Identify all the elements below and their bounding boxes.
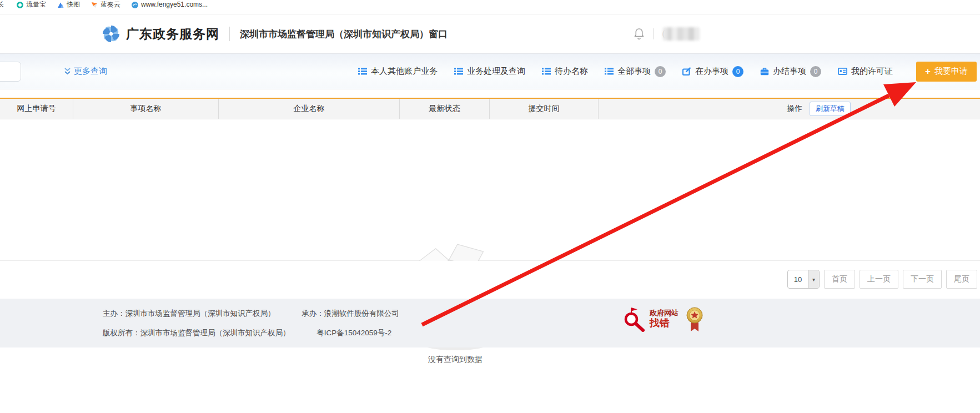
footer-icp: 粤ICP备15042059号-2 (316, 329, 391, 337)
footer-host: 主办：深圳市市场监督管理局（深圳市知识产权局） (103, 309, 275, 318)
bookmark-item[interactable]: 蓝奏云 (91, 0, 120, 9)
count-badge: 0 (732, 66, 743, 77)
last-page-button[interactable]: 尾页 (946, 270, 977, 289)
pinwheel-logo-icon (102, 24, 120, 43)
footer-copyright: 版权所有：深圳市市场监督管理局（深圳市知识产权局） (103, 329, 290, 337)
nav-item-label: 业务处理及查询 (467, 66, 525, 77)
footer-undertaker: 承办：浪潮软件股份有限公司 (301, 309, 399, 318)
list-icon (454, 68, 463, 75)
briefcase-icon (760, 68, 769, 75)
bookmark-label: 流量宝 (26, 0, 46, 9)
more-query-link[interactable]: 更多查询 (64, 54, 107, 89)
nav-item-completed[interactable]: 办结事项 0 (760, 66, 821, 77)
column-header-item-name: 事项名称 (73, 99, 219, 119)
count-badge: 0 (810, 66, 821, 77)
applications-table-header: 网上申请号 事项名称 企业名称 最新状态 提交时间 操作 刷新草稿 (0, 98, 980, 119)
bookmark-item[interactable]: www.fengye51.coms... (132, 0, 208, 9)
list-icon (358, 68, 367, 75)
page-size-select[interactable]: 10 ▾ (787, 270, 820, 289)
header-vline (653, 28, 654, 39)
page-size-value: 10 (788, 270, 808, 288)
gov-site-find-error-badge[interactable]: 政府网站 找错 (622, 306, 679, 332)
page-footer: 主办：深圳市市场监督管理局（深圳市知识产权局） 承办：浪潮软件股份有限公司 版权… (0, 299, 980, 347)
apply-now-label: 我要申请 (934, 66, 968, 77)
nav-item-label: 在办事项 (695, 66, 728, 77)
brand-title: 广东政务服务网 (126, 26, 219, 43)
refresh-draft-button[interactable]: 刷新草稿 (810, 102, 851, 116)
nav-item-my-other-accounts[interactable]: 本人其他账户业务 (358, 66, 438, 77)
list-icon (605, 68, 614, 75)
blue-globe-icon (132, 2, 138, 8)
nav-item-label: 全部事项 (617, 66, 651, 77)
count-badge: 0 (655, 66, 666, 77)
chevron-down-icon: ▾ (808, 270, 819, 288)
nav-item-business-query[interactable]: 业务处理及查询 (454, 66, 525, 77)
bookmark-item[interactable]: 流量宝 (17, 0, 46, 9)
brand-home-link[interactable]: 广东政务服务网 (102, 24, 219, 43)
column-header-action: 操作 刷新草稿 (599, 99, 980, 119)
list-icon (542, 68, 551, 75)
id-card-icon (838, 68, 847, 75)
bookmark-label: 快图 (67, 0, 80, 9)
teal-ring-icon (17, 2, 23, 8)
pagination-bar: 10 ▾ 首页 上一页 下一页 尾页 (0, 261, 980, 299)
find-error-top-label: 政府网站 (650, 309, 679, 318)
search-input[interactable] (0, 62, 21, 82)
column-header-latest-status: 最新状态 (400, 99, 490, 119)
header-divider (229, 27, 230, 41)
bookmark-label: 蓝奏云 (100, 0, 120, 9)
double-chevron-down-icon (64, 68, 71, 75)
page: 长 流量宝 快图 蓝奏云 www.fengye51.coms... (0, 0, 980, 413)
edit-icon (682, 67, 691, 75)
nav-item-label: 我的许可证 (851, 66, 893, 77)
nav-item-in-progress[interactable]: 在办事项 0 (682, 66, 743, 77)
next-page-button[interactable]: 下一页 (903, 270, 942, 289)
nav-item-all-items[interactable]: 全部事项 0 (605, 66, 666, 77)
user-account-blurred[interactable] (663, 27, 700, 41)
bookmark-item[interactable]: 快图 (57, 0, 80, 9)
office-window-title: 深圳市市场监督管理局（深圳市知识产权局）窗口 (240, 28, 448, 41)
orange-flag-icon (91, 2, 98, 8)
applications-table-body: 没有查询到数据 (0, 119, 980, 261)
nav-item-label: 本人其他账户业务 (371, 66, 438, 77)
app-header: 广东政务服务网 深圳市市场监督管理局（深圳市知识产权局）窗口 ( (0, 14, 980, 53)
plus-icon: + (925, 67, 931, 76)
nav-item-label: 待办名称 (555, 66, 588, 77)
first-page-button[interactable]: 首页 (824, 270, 855, 289)
find-error-bottom-label: 找错 (650, 318, 679, 329)
column-header-application-no: 网上申请号 (0, 99, 73, 119)
nav-item-label: 办结事项 (773, 66, 806, 77)
empty-message: 没有查询到数据 (391, 355, 519, 365)
blue-mountain-icon (57, 2, 64, 8)
prev-page-button[interactable]: 上一页 (860, 270, 898, 289)
find-error-magnifier-icon (622, 306, 646, 332)
apply-now-button[interactable]: + 我要申请 (916, 62, 977, 82)
nav-item-todo-names[interactable]: 待办名称 (542, 66, 588, 77)
nav-item-my-licenses[interactable]: 我的许可证 (838, 66, 893, 77)
bookmark-label: www.fengye51.coms... (141, 0, 208, 9)
gov-emblem-badge[interactable] (686, 306, 703, 333)
browser-bookmarks-bar: 长 流量宝 快图 蓝奏云 www.fengye51.coms... (0, 0, 980, 14)
column-header-submit-time: 提交时间 (490, 99, 599, 119)
bookmark-label: 长 (0, 0, 4, 9)
column-header-company-name: 企业名称 (219, 99, 400, 119)
bookmark-item-clipped[interactable]: 长 (0, 0, 6, 9)
more-query-label: 更多查询 (74, 66, 107, 77)
workspace-nav-bar: 更多查询 本人其他账户业务 业务处理及查询 待办名称 全部事项 0 (0, 53, 980, 89)
action-label: 操作 (787, 104, 802, 114)
notification-bell-icon[interactable] (634, 28, 645, 40)
